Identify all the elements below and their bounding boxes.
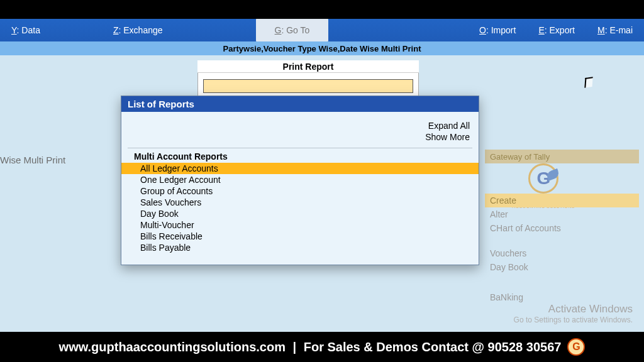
app-window: Y: Data Z: Exchange G: Go To O: Import E… (0, 19, 644, 332)
menu-import[interactable]: O: Import (468, 19, 527, 41)
menu-label: Import (491, 25, 516, 35)
mouse-cursor-icon (585, 77, 595, 91)
gateway-panel: Gateway of Tally Create Alter CHart of A… (485, 150, 639, 304)
watermark-title: Activate Windows (514, 303, 633, 315)
menu-key: G (275, 25, 282, 35)
footer-logo-icon: G (567, 338, 585, 356)
report-item[interactable]: Multi-Voucher (121, 219, 479, 231)
gateway-item-banking[interactable]: BaNking (485, 290, 639, 304)
gateway-item-alter[interactable]: Alter (485, 207, 639, 221)
expand-all-link[interactable]: Expand All (130, 121, 470, 132)
activate-windows-watermark: Activate Windows Go to Settings to activ… (514, 303, 633, 324)
menu-label: E-mai (609, 25, 633, 35)
gateway-item-vouchers[interactable]: Vouchers (485, 246, 639, 260)
menu-key: M (597, 25, 605, 35)
menu-exchange[interactable]: Z: Exchange (102, 19, 174, 41)
report-item[interactable]: All Ledger Accounts (121, 163, 479, 174)
report-item[interactable]: Day Book (121, 208, 479, 219)
report-item[interactable]: Bills Payable (121, 242, 479, 253)
gateway-item-chart[interactable]: CHart of Accounts (485, 221, 639, 235)
menu-key: E (538, 25, 544, 35)
gateway-header: Gateway of Tally (485, 150, 639, 163)
report-search-input[interactable] (203, 79, 413, 93)
subheader: Partywsie,Voucher Type Wise,Date Wise Mu… (0, 41, 644, 55)
popup-header: List of Reports (121, 96, 479, 112)
gateway-item-daybook[interactable]: Day Book (485, 260, 639, 274)
list-of-reports-popup: List of Reports Expand All Show More Mul… (121, 96, 479, 265)
menu-data[interactable]: Y: Data (0, 19, 52, 41)
watermark-sub: Go to Settings to activate Windows. (514, 315, 633, 324)
footer-url: www.gupthaaccountingsolutions.com (59, 340, 286, 354)
footer-pitch: For Sales & Demos Contact @ 90528 30567 (304, 340, 562, 354)
background-breadcrumb: Wise Multi Print (0, 155, 65, 165)
menu-label: Exchange (123, 25, 162, 35)
dialog-title: Print Report (197, 60, 419, 73)
show-more-link[interactable]: Show More (130, 132, 470, 143)
report-item[interactable]: Sales Vouchers (121, 197, 479, 208)
report-group-header: Multi Account Reports (121, 148, 479, 163)
menubar: Y: Data Z: Exchange G: Go To O: Import E… (0, 19, 644, 41)
menu-email[interactable]: M: E-mai (586, 19, 644, 41)
menu-label: Export (550, 25, 575, 35)
report-item[interactable]: Group of Accounts (121, 185, 479, 197)
report-item[interactable]: Bills Receivable (121, 231, 479, 242)
footer-banner: www.gupthaaccountingsolutions.com | For … (0, 332, 644, 362)
report-item[interactable]: One Ledger Account (121, 174, 479, 185)
menu-key: Y (11, 25, 17, 35)
letterbox-top (0, 0, 644, 19)
menu-goto[interactable]: G: Go To (256, 19, 329, 41)
menu-export[interactable]: E: Export (527, 19, 586, 41)
menu-key: Z (113, 25, 119, 35)
menu-key: O (479, 25, 486, 35)
gateway-item-create[interactable]: Create (485, 194, 639, 207)
report-list: All Ledger AccountsOne Ledger AccountGro… (121, 163, 479, 253)
gateway-gap (485, 235, 639, 246)
workspace: Wise Multi Print G GUPTHA ACCOUNTING SOL… (0, 55, 644, 332)
menu-label: Data (21, 25, 40, 35)
gateway-gap (485, 274, 639, 290)
menu-label: Go To (286, 25, 309, 35)
